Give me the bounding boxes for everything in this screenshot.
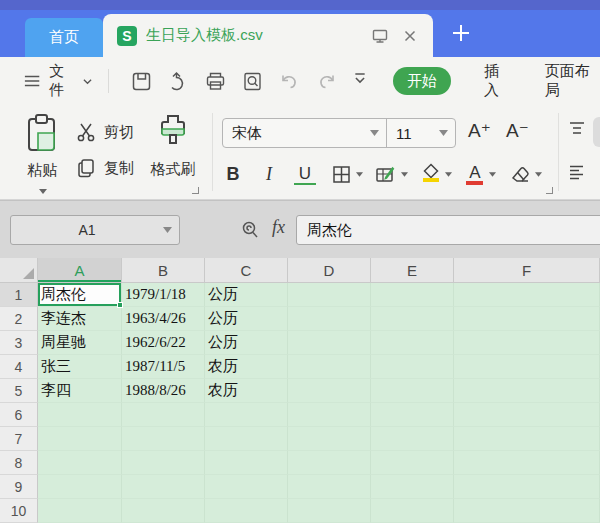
cell-A8[interactable] bbox=[38, 451, 122, 475]
cell-B3[interactable]: 1962/6/22 bbox=[122, 331, 205, 355]
cell-B7[interactable] bbox=[122, 427, 205, 451]
file-menu[interactable]: 文件 bbox=[24, 62, 92, 100]
print-button[interactable] bbox=[205, 71, 226, 92]
cell-C9[interactable] bbox=[205, 475, 288, 499]
cell-F1[interactable] bbox=[454, 283, 600, 307]
paste-button[interactable]: 粘贴 bbox=[20, 113, 64, 198]
save-button[interactable] bbox=[131, 71, 152, 92]
formula-input[interactable]: 周杰伦 bbox=[296, 215, 600, 245]
name-box[interactable]: A1 bbox=[10, 215, 180, 245]
cell-E9[interactable] bbox=[371, 475, 454, 499]
underline-button[interactable]: U bbox=[294, 164, 316, 185]
cell-B6[interactable] bbox=[122, 403, 205, 427]
cell-C7[interactable] bbox=[205, 427, 288, 451]
cell-B2[interactable]: 1963/4/26 bbox=[122, 307, 205, 331]
cell-A2[interactable]: 李连杰 bbox=[38, 307, 122, 331]
row-header-1[interactable]: 1 bbox=[0, 283, 38, 307]
cell-D8[interactable] bbox=[288, 451, 371, 475]
column-header-E[interactable]: E bbox=[371, 258, 454, 283]
column-header-B[interactable]: B bbox=[122, 258, 205, 283]
new-tab-button[interactable] bbox=[448, 20, 474, 46]
cell-E5[interactable] bbox=[371, 379, 454, 403]
cell-D6[interactable] bbox=[288, 403, 371, 427]
cell-F10[interactable] bbox=[454, 499, 600, 523]
cell-F9[interactable] bbox=[454, 475, 600, 499]
font-color-button[interactable]: A bbox=[466, 165, 496, 185]
cell-E7[interactable] bbox=[371, 427, 454, 451]
cell-E2[interactable] bbox=[371, 307, 454, 331]
cell-C4[interactable]: 农历 bbox=[205, 355, 288, 379]
cell-F4[interactable] bbox=[454, 355, 600, 379]
copy-button[interactable]: 复制 bbox=[76, 155, 134, 181]
cell-E4[interactable] bbox=[371, 355, 454, 379]
cell-A9[interactable] bbox=[38, 475, 122, 499]
cell-D1[interactable] bbox=[288, 283, 371, 307]
cell-F5[interactable] bbox=[454, 379, 600, 403]
cell-D3[interactable] bbox=[288, 331, 371, 355]
paste-dropdown-icon[interactable] bbox=[39, 189, 47, 194]
cell-F8[interactable] bbox=[454, 451, 600, 475]
cell-D4[interactable] bbox=[288, 355, 371, 379]
cell-C5[interactable]: 农历 bbox=[205, 379, 288, 403]
undo-button[interactable] bbox=[279, 71, 300, 92]
print-preview-button[interactable] bbox=[242, 71, 263, 92]
cell-F3[interactable] bbox=[454, 331, 600, 355]
row-header-9[interactable]: 9 bbox=[0, 475, 38, 499]
vertical-align-button[interactable] bbox=[568, 121, 586, 139]
toolbar-more-icon[interactable] bbox=[353, 71, 367, 92]
select-all-button[interactable] bbox=[0, 258, 38, 283]
font-size-select[interactable]: 11 bbox=[387, 125, 439, 142]
cell-E10[interactable] bbox=[371, 499, 454, 523]
cell-C10[interactable] bbox=[205, 499, 288, 523]
cell-A6[interactable] bbox=[38, 403, 122, 427]
column-header-F[interactable]: F bbox=[454, 258, 600, 283]
cell-C8[interactable] bbox=[205, 451, 288, 475]
cell-E6[interactable] bbox=[371, 403, 454, 427]
cell-A10[interactable] bbox=[38, 499, 122, 523]
tab-home[interactable]: 首页 bbox=[25, 18, 103, 57]
cell-B8[interactable] bbox=[122, 451, 205, 475]
cell-C1[interactable]: 公历 bbox=[205, 283, 288, 307]
search-icon[interactable] bbox=[240, 220, 260, 244]
font-name-dropdown-icon[interactable] bbox=[370, 130, 379, 136]
cell-D10[interactable] bbox=[288, 499, 371, 523]
cell-F2[interactable] bbox=[454, 307, 600, 331]
cell-C2[interactable]: 公历 bbox=[205, 307, 288, 331]
row-header-4[interactable]: 4 bbox=[0, 355, 38, 379]
cell-B1[interactable]: 1979/1/18 bbox=[122, 283, 205, 307]
borders-button[interactable] bbox=[332, 165, 363, 184]
clear-button[interactable] bbox=[510, 165, 542, 184]
cell-D9[interactable] bbox=[288, 475, 371, 499]
cell-B5[interactable]: 1988/8/26 bbox=[122, 379, 205, 403]
fill-handle[interactable] bbox=[117, 302, 123, 308]
cell-C3[interactable]: 公历 bbox=[205, 331, 288, 355]
italic-button[interactable]: I bbox=[258, 164, 280, 185]
column-header-C[interactable]: C bbox=[205, 258, 288, 283]
screen-share-icon[interactable] bbox=[371, 27, 389, 45]
cell-E1[interactable] bbox=[371, 283, 454, 307]
cell-B9[interactable] bbox=[122, 475, 205, 499]
row-header-10[interactable]: 10 bbox=[0, 499, 38, 523]
cell-D2[interactable] bbox=[288, 307, 371, 331]
decrease-font-button[interactable]: A⁻ bbox=[506, 119, 529, 142]
fx-icon[interactable]: fx bbox=[272, 217, 285, 238]
name-box-dropdown-icon[interactable] bbox=[163, 227, 172, 233]
row-header-8[interactable]: 8 bbox=[0, 451, 38, 475]
cell-E3[interactable] bbox=[371, 331, 454, 355]
cell-A5[interactable]: 李四 bbox=[38, 379, 122, 403]
cell-F7[interactable] bbox=[454, 427, 600, 451]
cell-B10[interactable] bbox=[122, 499, 205, 523]
cell-B4[interactable]: 1987/11/5 bbox=[122, 355, 205, 379]
cell-E8[interactable] bbox=[371, 451, 454, 475]
cell-D5[interactable] bbox=[288, 379, 371, 403]
shading-button[interactable] bbox=[375, 165, 408, 184]
group-expand-icon[interactable] bbox=[546, 187, 553, 194]
column-header-D[interactable]: D bbox=[288, 258, 371, 283]
increase-font-button[interactable]: A⁺ bbox=[468, 119, 491, 142]
cell-C6[interactable] bbox=[205, 403, 288, 427]
group-expand-icon[interactable] bbox=[192, 187, 199, 194]
row-header-3[interactable]: 3 bbox=[0, 331, 38, 355]
cell-A1-selected[interactable]: 周杰伦 bbox=[38, 283, 122, 307]
row-header-2[interactable]: 2 bbox=[0, 307, 38, 331]
column-header-A[interactable]: A bbox=[38, 258, 122, 283]
